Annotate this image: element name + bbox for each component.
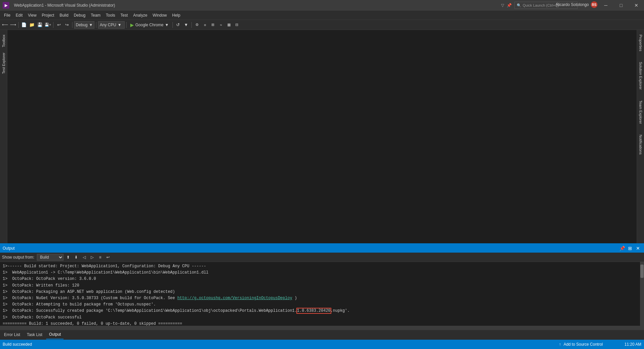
minimize-button[interactable]: ─ xyxy=(598,0,613,11)
sidebar-item-solution-explorer[interactable]: Solution Explorer xyxy=(638,60,644,92)
platform-dropdown[interactable]: Any CPU ▼ xyxy=(98,21,125,29)
toolbar-btn-10[interactable]: ≈ xyxy=(217,21,225,29)
toolbar-sep-2 xyxy=(53,22,54,28)
output-toolbar: Show output from: Build ⬆ ⬇ ◁ ▷ ≡ ↩ xyxy=(0,253,644,262)
menu-analyze[interactable]: Analyze xyxy=(131,11,150,20)
time-display: 11:20 AM xyxy=(624,342,641,347)
sidebar-item-properties[interactable]: Properties xyxy=(638,33,644,53)
menu-debug[interactable]: Debug xyxy=(71,11,88,20)
output-panel-header: Output 📌 ⊞ ✕ xyxy=(0,244,644,253)
toolbar-sep-3 xyxy=(72,22,72,28)
toolbar-sep-1 xyxy=(18,22,19,28)
menu-view[interactable]: View xyxy=(25,11,39,20)
bottom-tabs: Error List Task List Output xyxy=(0,330,644,339)
pin-panel-button[interactable]: 📌 xyxy=(619,245,625,252)
forward-button[interactable]: ⟶ xyxy=(9,21,17,29)
output-scrollbar-thumb[interactable] xyxy=(640,265,644,278)
output-btn-5[interactable]: ≡ xyxy=(97,254,103,261)
platform-arrow: ▼ xyxy=(118,23,122,27)
output-line-2: 1> WebApplication1 -> C:\Temp\WebApplica… xyxy=(3,270,641,276)
undo-button[interactable]: ↩ xyxy=(55,21,62,29)
sidebar-item-team-explorer[interactable]: Team Explorer xyxy=(638,98,644,126)
browser-label: Google Chrome xyxy=(135,23,163,27)
toolbar-btn-12[interactable]: ⊟ xyxy=(233,21,241,29)
output-btn-6[interactable]: ↩ xyxy=(105,254,111,261)
build-status-label: Build succeeded xyxy=(3,342,32,347)
user-name: Ricardo Sotolongo xyxy=(556,2,589,7)
attach-button[interactable]: ⚙ xyxy=(193,21,201,29)
config-arrow: ▼ xyxy=(89,23,93,27)
output-btn-2[interactable]: ⬇ xyxy=(73,254,79,261)
output-btn-3[interactable]: ◁ xyxy=(81,254,87,261)
tab-error-list[interactable]: Error List xyxy=(1,330,23,339)
toolbar-sep-4 xyxy=(96,22,96,28)
user-profile-area[interactable]: Ricardo Sotolongo RS xyxy=(556,1,597,8)
sidebar-item-notifications[interactable]: Notifications xyxy=(638,133,644,157)
quick-launch-placeholder: Quick Launch (Ctrl+Q) xyxy=(523,3,559,7)
output-scrollbar[interactable] xyxy=(640,262,644,330)
main-area: Toolbox Test Explorer Properties Solutio… xyxy=(0,30,644,339)
show-output-label: Show output from: xyxy=(2,255,34,260)
restore-button[interactable]: □ xyxy=(613,0,629,11)
menu-team[interactable]: Team xyxy=(88,11,103,20)
config-label: Debug xyxy=(76,23,87,27)
toolbar-sep-6 xyxy=(172,22,173,28)
sidebar-item-toolbox[interactable]: Toolbox xyxy=(1,33,7,49)
tab-task-list[interactable]: Task List xyxy=(24,330,45,339)
menu-bar: File Edit View Project Build Debug Team … xyxy=(0,11,644,20)
version-highlight: 1.0.6383.20420 xyxy=(297,308,331,313)
toolbar-sep-5 xyxy=(126,22,127,28)
save-all-button[interactable]: 💾+ xyxy=(44,21,52,29)
refresh-dropdown-button[interactable]: ▼ xyxy=(182,21,190,29)
output-line-4: 1> OctoPack: Written files: 120 xyxy=(3,283,641,289)
toolbar-btn-8[interactable]: ≡ xyxy=(201,21,209,29)
output-hscrollbar[interactable] xyxy=(0,326,640,330)
search-icon: 🔍 xyxy=(517,3,521,8)
output-line-9: 1> OctoPack: OctoPack successful xyxy=(3,314,641,321)
tab-output[interactable]: Output xyxy=(46,330,63,339)
menu-file[interactable]: File xyxy=(1,11,13,20)
redo-button[interactable]: ↪ xyxy=(63,21,70,29)
output-btn-1[interactable]: ⬆ xyxy=(65,254,71,261)
output-line-6: 1> OctoPack: NuGet Version: 3.5.0.38733 … xyxy=(3,295,641,301)
close-button[interactable]: ✕ xyxy=(629,0,644,11)
output-source-dropdown[interactable]: Build xyxy=(37,254,63,261)
source-control-icon: ↑ xyxy=(559,342,561,347)
refresh-button[interactable]: ↺ xyxy=(174,21,182,29)
browser-dropdown-arrow: ▼ xyxy=(165,23,169,27)
menu-help[interactable]: Help xyxy=(169,11,183,20)
add-source-control-button[interactable]: ↑ Add to Source Control xyxy=(558,340,604,349)
auto-hide-button[interactable]: ⊞ xyxy=(627,245,633,252)
add-source-control-label: Add to Source Control xyxy=(564,342,603,347)
toolbar-btn-9[interactable]: ⊞ xyxy=(209,21,217,29)
status-bar: ↑ Add to Source Control Build succeeded … xyxy=(0,340,644,349)
output-line-7: 1> OctoPack: Attempting to build package… xyxy=(3,301,641,308)
menu-build[interactable]: Build xyxy=(57,11,71,20)
open-button[interactable]: 📁 xyxy=(28,21,36,29)
platform-label: Any CPU xyxy=(100,23,116,27)
play-icon: ▶ xyxy=(130,22,134,28)
filter-icon: ▽ xyxy=(501,3,504,8)
status-build: Build succeeded xyxy=(3,342,32,347)
run-browser-button[interactable]: ▶ Google Chrome ▼ xyxy=(128,21,171,29)
output-btn-4[interactable]: ▷ xyxy=(89,254,95,261)
pin-icon: 📌 xyxy=(507,3,512,8)
toolbar-btn-11[interactable]: ▦ xyxy=(225,21,233,29)
vs-logo-icon: ▶ xyxy=(3,2,9,9)
menu-tools[interactable]: Tools xyxy=(103,11,118,20)
nuget-link[interactable]: http://g.octopushq.com/VersioningInOctop… xyxy=(177,296,292,300)
output-line-5: 1> OctoPack: Packaging an ASP.NET web ap… xyxy=(3,289,641,295)
save-button[interactable]: 💾 xyxy=(36,21,44,29)
menu-project[interactable]: Project xyxy=(39,11,57,20)
menu-edit[interactable]: Edit xyxy=(13,11,25,20)
config-dropdown[interactable]: Debug ▼ xyxy=(74,21,94,29)
menu-test[interactable]: Test xyxy=(118,11,131,20)
back-button[interactable]: ⟵ xyxy=(1,21,9,29)
close-panel-button[interactable]: ✕ xyxy=(635,245,641,252)
sidebar-item-test-explorer[interactable]: Test Explorer xyxy=(1,51,7,76)
output-content[interactable]: 1>------ Build started: Project: WebAppl… xyxy=(0,262,644,330)
menu-window[interactable]: Window xyxy=(150,11,169,20)
new-file-button[interactable]: 📄 xyxy=(20,21,28,29)
toolbar-sep-7 xyxy=(191,22,192,28)
window-controls: ─ □ ✕ xyxy=(598,0,644,11)
